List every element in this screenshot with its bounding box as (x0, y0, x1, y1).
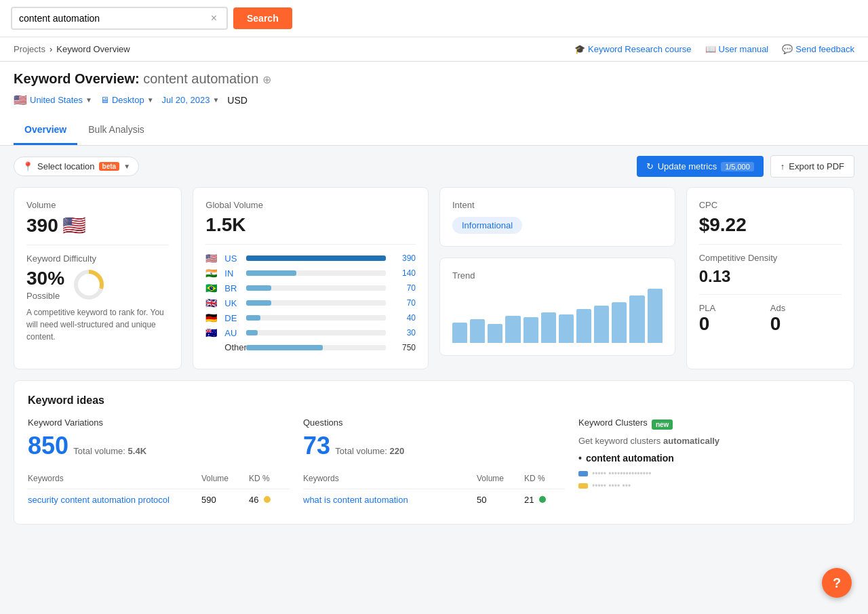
pla-value: 0 (699, 313, 770, 335)
trend-bar (612, 302, 627, 343)
variations-total: Total volume: 5.4K (71, 446, 146, 456)
manual-link[interactable]: 📖 User manual (705, 44, 769, 54)
country-value: 40 (391, 313, 416, 323)
cpc-card: CPC $9.22 Competitive Density 0.13 PLA 0… (686, 187, 854, 369)
location-pin-icon: 📍 (22, 161, 33, 171)
country-flag: 🇮🇳 (205, 268, 219, 279)
date-chevron: ▼ (212, 96, 219, 104)
manual-icon: 📖 (705, 44, 716, 54)
location-chevron: ▼ (85, 96, 92, 104)
search-input-wrap: × (11, 7, 228, 30)
pla-item: PLA 0 (699, 303, 770, 335)
keyword-questions: Questions 73 Total volume: 220 Keywords … (303, 417, 565, 510)
country-flag: 🇧🇷 (205, 283, 219, 293)
cluster-bar-row: ••••• ••••••••••••••• (578, 469, 840, 478)
kd-indicator-green (539, 496, 546, 503)
date-filter[interactable]: Jul 20, 2023 ▼ (162, 95, 220, 105)
list-item: 🇩🇪 DE 40 (205, 312, 416, 323)
cluster-bar-text-2: ••••• •••• ••• (592, 481, 840, 491)
question-volume: 50 (477, 495, 524, 505)
course-link[interactable]: 🎓 Keyword Research course (574, 44, 691, 54)
pla-label: PLA (699, 303, 770, 313)
trend-bar (505, 316, 520, 343)
tabs-bar: Overview Bulk Analysis (0, 116, 868, 146)
trend-bar (576, 309, 591, 343)
top-nav: Projects › Keyword Overview 🎓 Keyword Re… (0, 37, 868, 62)
export-pdf-button[interactable]: ↑ Export to PDF (770, 155, 854, 178)
trend-label: Trend (452, 270, 663, 281)
search-button[interactable]: Search (233, 7, 292, 29)
bar-wrap (246, 285, 386, 291)
intent-card: Intent Informational (439, 187, 675, 247)
clusters-title-row: Keyword Clusters new (578, 417, 840, 432)
trend-bar (541, 312, 556, 343)
location-btn-chevron: ▼ (123, 163, 130, 170)
country-code: AU (224, 328, 241, 338)
tab-bulk-analysis[interactable]: Bulk Analysis (77, 116, 155, 145)
feedback-icon: 💬 (782, 44, 793, 54)
tab-overview[interactable]: Overview (14, 116, 77, 145)
filters-row: 🇺🇸 United States ▼ 🖥 Desktop ▼ Jul 20, 2… (14, 94, 854, 116)
country-value: 30 (391, 328, 416, 337)
keyword-ideas-grid: Keyword Variations 850 Total volume: 5.4… (28, 417, 840, 510)
breadcrumb-parent[interactable]: Projects (14, 44, 45, 54)
beta-badge: beta (99, 162, 120, 171)
variations-table-header: Keywords Volume KD % (28, 468, 290, 489)
update-metrics-button[interactable]: ↻ Update metrics 1/5,000 (637, 156, 764, 177)
clusters-title: Keyword Clusters (578, 417, 648, 428)
comp-density-label: Competitive Density (699, 253, 842, 263)
trend-bar (524, 317, 538, 343)
country-code: US (224, 253, 241, 264)
pla-ads-row: PLA 0 Ads 0 (699, 303, 842, 335)
country-code: DE (224, 313, 241, 323)
variation-keyword-link[interactable]: security content automation protocol (28, 495, 201, 505)
bar-wrap (246, 315, 386, 321)
toolbar: 📍 Select location beta ▼ ↻ Update metric… (0, 146, 868, 187)
select-location-button[interactable]: 📍 Select location beta ▼ (14, 157, 139, 176)
list-item: 🇬🇧 UK 70 (205, 298, 416, 308)
kd-label: Keyword Difficulty (26, 253, 169, 264)
ads-label: Ads (770, 303, 842, 313)
question-keyword-link[interactable]: what is content automation (303, 495, 477, 505)
variation-volume: 590 (201, 495, 249, 505)
device-filter[interactable]: 🖥 Desktop ▼ (100, 95, 154, 105)
bar-fill (246, 315, 260, 321)
kd-possible-label: Possible (26, 291, 64, 301)
bar-wrap (246, 345, 386, 350)
bar-wrap (246, 255, 386, 261)
trend-bar (594, 306, 609, 343)
location-filter[interactable]: 🇺🇸 United States ▼ (14, 94, 92, 106)
keyword-ideas-title: Keyword ideas (28, 394, 840, 407)
feedback-link[interactable]: 💬 Send feedback (782, 44, 854, 54)
country-list: 🇺🇸 US 390 🇮🇳 IN 140 🇧🇷 BR 70 🇬🇧 UK (205, 253, 416, 352)
search-input[interactable] (19, 13, 211, 24)
ads-item: Ads 0 (770, 303, 842, 335)
questions-count-row: 73 Total volume: 220 (303, 432, 565, 460)
keyword-clusters: Keyword Clusters new Get keyword cluster… (578, 417, 840, 510)
clusters-desc: Get keyword clusters automatically (578, 436, 840, 446)
cpc-label: CPC (699, 200, 842, 210)
keyword-variations: Keyword Variations 850 Total volume: 5.4… (28, 417, 290, 510)
global-volume-card: Global Volume 1.5K 🇺🇸 US 390 🇮🇳 IN 140 🇧… (193, 187, 429, 369)
volume-label: Volume (26, 200, 169, 210)
bar-wrap (246, 270, 386, 276)
questions-table-header: Keywords Volume KD % (303, 468, 565, 489)
device-chevron: ▼ (147, 96, 154, 104)
page-header: Keyword Overview: content automation ⊕ 🇺… (0, 62, 868, 116)
search-clear-icon[interactable]: × (211, 12, 217, 24)
country-flag: 🇬🇧 (205, 298, 219, 308)
kd-description: A competitive keyword to rank for. You w… (26, 306, 169, 343)
variations-count-row: 850 Total volume: 5.4K (28, 432, 290, 460)
location-placeholder: Select location (37, 161, 95, 171)
export-icon: ↑ (781, 161, 785, 171)
bar-fill (246, 300, 271, 306)
bar-fill (246, 285, 271, 291)
cluster-color-1 (578, 471, 588, 476)
breadcrumb: Projects › Keyword Overview (14, 44, 130, 54)
variations-count: 850 (28, 432, 68, 459)
cpc-value: $9.22 (699, 214, 842, 236)
bar-fill (246, 255, 386, 261)
questions-count: 73 (303, 432, 330, 459)
add-keyword-icon[interactable]: ⊕ (262, 74, 271, 85)
volume-value: 390 🇺🇸 (26, 214, 169, 237)
